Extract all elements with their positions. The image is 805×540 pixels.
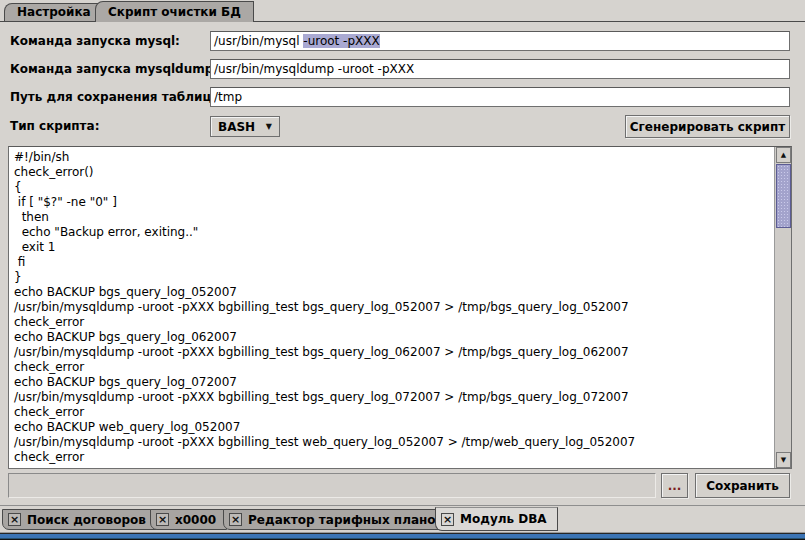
- arrow-up-icon: ▲: [781, 151, 786, 159]
- script-text[interactable]: #!/bin/sh check_error() { if [ "$?" -ne …: [10, 148, 774, 467]
- module-tabs: × Поиск договоров × x0000 × Редактор тар…: [0, 507, 805, 532]
- tab-db-cleanup-script-label: Скрипт очистки БД: [108, 5, 241, 19]
- script-type-select[interactable]: BASH ▼: [210, 116, 280, 137]
- tab-dba-module-label: Модуль DBA: [460, 512, 547, 526]
- scroll-up-button[interactable]: ▲: [776, 147, 791, 163]
- tab-settings-label: Настройка: [17, 5, 91, 19]
- close-icon[interactable]: ×: [441, 513, 454, 526]
- save-path-label: Путь для сохранения таблиц:: [10, 90, 216, 104]
- mysql-command-selected-text: -uroot -pXXX: [303, 34, 379, 48]
- mysqldump-command-input[interactable]: [210, 59, 790, 79]
- tab-contract-search-label: Поиск договоров: [27, 513, 146, 527]
- close-icon[interactable]: ×: [156, 513, 169, 526]
- tab-tariff-plan-editor[interactable]: × Редактор тарифных планов: [223, 509, 454, 530]
- mysql-command-label: Команда запуска mysql:: [10, 34, 180, 48]
- status-field[interactable]: [8, 473, 656, 498]
- tab-db-cleanup-script[interactable]: Скрипт очистки БД: [95, 1, 254, 22]
- generate-script-button[interactable]: Сгенерировать скрипт: [625, 115, 790, 138]
- close-icon[interactable]: ×: [229, 513, 242, 526]
- browse-button[interactable]: ...: [661, 473, 688, 498]
- script-type-value: BASH: [218, 120, 255, 134]
- window-bottom-edge: [0, 532, 805, 540]
- db-cleanup-panel: Команда запуска mysql: /usr/bin/mysql -u…: [0, 21, 805, 506]
- mysql-command-input[interactable]: /usr/bin/mysql -uroot -pXXX: [210, 31, 790, 51]
- vertical-scrollbar[interactable]: ▲ ▼: [774, 147, 791, 468]
- tab-settings[interactable]: Настройка: [4, 3, 104, 21]
- mysqldump-command-label: Команда запуска mysqldump:: [10, 62, 218, 76]
- dba-module-window: Настройка Скрипт очистки БД Команда запу…: [0, 0, 805, 540]
- script-output-area: #!/bin/sh check_error() { if [ "$?" -ne …: [8, 146, 792, 469]
- scrollbar-thumb[interactable]: [776, 164, 791, 228]
- save-button[interactable]: Сохранить: [695, 473, 790, 498]
- mysql-command-value: /usr/bin/mysql: [214, 34, 303, 48]
- tab-x0000-label: x0000: [175, 513, 216, 527]
- tab-x0000[interactable]: × x0000: [150, 509, 227, 530]
- tab-dba-module[interactable]: × Модуль DBA: [435, 507, 558, 531]
- arrow-down-icon: ▼: [781, 456, 786, 464]
- script-type-label: Тип скрипта:: [10, 119, 99, 133]
- tab-contract-search[interactable]: × Поиск договоров: [2, 509, 157, 530]
- scroll-down-button[interactable]: ▼: [776, 452, 791, 468]
- close-icon[interactable]: ×: [8, 513, 21, 526]
- tab-tariff-plan-editor-label: Редактор тарифных планов: [248, 513, 443, 527]
- save-path-input[interactable]: [210, 87, 790, 107]
- chevron-down-icon: ▼: [266, 122, 272, 131]
